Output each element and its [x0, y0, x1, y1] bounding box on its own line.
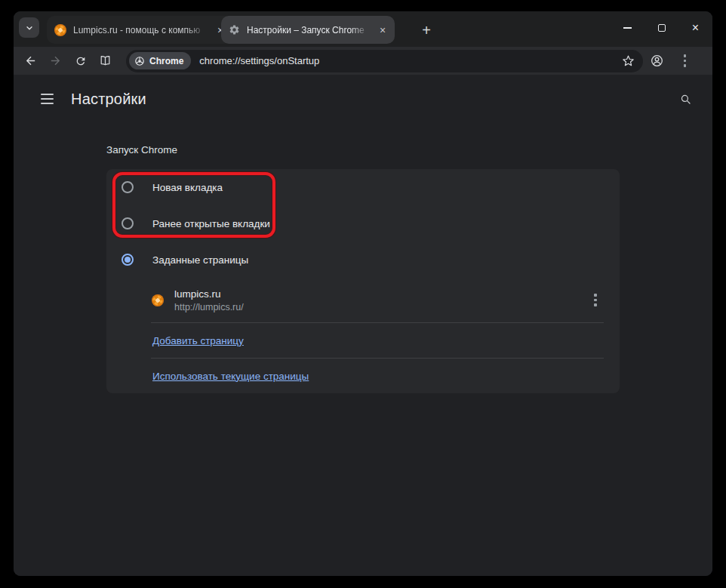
entry-menu-button[interactable]: [583, 288, 608, 312]
reload-button[interactable]: [68, 49, 93, 72]
settings-header: Настройки: [14, 75, 712, 123]
back-arrow-icon: [24, 54, 37, 67]
browser-window: Lumpics.ru - помощь с компью × Настройки…: [14, 11, 712, 576]
tab-strip: Lumpics.ru - помощь с компью × Настройки…: [14, 11, 712, 47]
tab-title: Настройки – Запуск Chrome: [247, 25, 373, 35]
minimize-icon: [623, 27, 632, 29]
close-window-button[interactable]: ×: [678, 11, 712, 45]
main-menu-button[interactable]: [33, 85, 60, 112]
maximize-button[interactable]: [644, 11, 678, 45]
browser-menu-button[interactable]: [672, 49, 697, 72]
settings-body: Запуск Chrome Новая вкладка Ранее открыт…: [106, 144, 620, 393]
reload-icon: [75, 55, 87, 67]
bookmark-star-button[interactable]: [617, 51, 638, 72]
profile-button[interactable]: [644, 49, 669, 72]
option-new-tab[interactable]: Новая вкладка: [106, 169, 620, 205]
back-button[interactable]: [18, 49, 43, 72]
search-icon: [679, 93, 692, 106]
close-icon[interactable]: ×: [376, 23, 389, 37]
radio-icon[interactable]: [122, 217, 134, 229]
option-label: Заданные страницы: [152, 254, 248, 266]
settings-page: Настройки Запуск Chrome Новая вкладка: [14, 75, 712, 576]
lumpics-favicon-icon: [152, 294, 164, 306]
option-specific-pages[interactable]: Заданные страницы: [106, 242, 620, 278]
option-label: Новая вкладка: [152, 182, 223, 193]
radio-icon[interactable]: [122, 181, 134, 193]
startup-card: Новая вкладка Ранее открытые вкладки Зад…: [106, 169, 620, 393]
side-panel-book-icon: [99, 54, 112, 67]
kebab-menu-icon: [673, 49, 697, 73]
use-current-pages-link[interactable]: Использовать текущие страницы: [152, 371, 309, 382]
chrome-logo-icon: [134, 56, 145, 66]
profile-icon: [650, 54, 664, 68]
hamburger-icon: [41, 94, 54, 104]
chrome-site-badge[interactable]: Chrome: [129, 52, 191, 69]
tab-search-button[interactable]: [19, 17, 39, 38]
radio-icon[interactable]: [122, 254, 134, 266]
star-icon: [622, 54, 635, 67]
new-tab-button[interactable]: +: [416, 20, 437, 41]
tab-settings[interactable]: Настройки – Запуск Chrome ×: [221, 16, 395, 44]
screenshot-stage: Lumpics.ru - помощь с компью × Настройки…: [0, 0, 726, 588]
browser-toolbar: Chrome chrome://settings/onStartup: [14, 47, 712, 75]
page-title: Настройки: [71, 91, 146, 108]
forward-button[interactable]: [43, 49, 68, 72]
maximize-icon: [658, 24, 666, 32]
url-text: chrome://settings/onStartup: [199, 55, 319, 66]
omnibox[interactable]: Chrome chrome://settings/onStartup: [126, 50, 643, 72]
gear-icon: [229, 24, 240, 35]
entry-title: lumpics.ru: [174, 288, 583, 300]
entry-url: http://lumpics.ru/: [174, 302, 583, 312]
close-icon: ×: [692, 22, 699, 34]
option-label: Ранее открытые вкладки: [152, 218, 270, 229]
add-page-link[interactable]: Добавить страницу: [152, 335, 244, 346]
chrome-badge-label: Chrome: [149, 56, 183, 66]
lumpics-favicon-icon: [54, 24, 66, 36]
settings-search-button[interactable]: [672, 85, 699, 112]
tab-lumpics[interactable]: Lumpics.ru - помощь с компью ×: [47, 16, 232, 44]
section-label: Запуск Chrome: [106, 144, 620, 155]
minimize-button[interactable]: [611, 11, 644, 45]
startup-page-entry: lumpics.ru http://lumpics.ru/: [106, 278, 620, 322]
window-controls: ×: [611, 11, 712, 45]
chevron-down-icon: [25, 23, 34, 32]
tab-title: Lumpics.ru - помощь с компью: [73, 25, 211, 35]
side-panel-button[interactable]: [93, 49, 118, 72]
option-continue-session[interactable]: Ранее открытые вкладки: [106, 205, 620, 242]
forward-arrow-icon: [49, 54, 62, 67]
